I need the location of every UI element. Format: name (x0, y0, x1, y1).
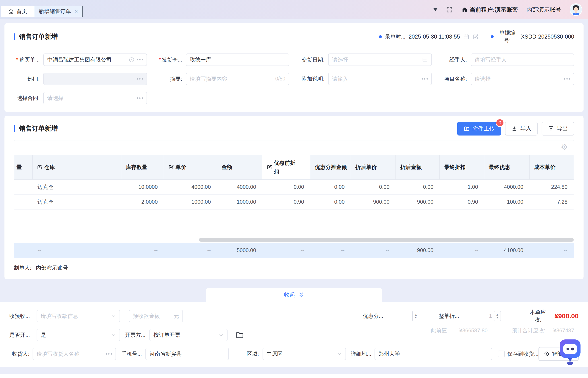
delivery-date-input[interactable] (328, 54, 432, 66)
note-field: 附加说明: (299, 73, 432, 85)
tenant-switcher[interactable]: 当前租户:演示账套 (462, 6, 518, 14)
project-input[interactable] (471, 73, 574, 85)
advance-select-control[interactable] (41, 313, 109, 319)
contract-label: 选择合同: (14, 94, 43, 102)
invoice-select-control[interactable] (41, 332, 109, 338)
handler-input[interactable] (471, 54, 574, 66)
project-input-control[interactable] (475, 76, 562, 82)
import-icon (511, 125, 518, 132)
assistant-robot-button[interactable] (559, 338, 582, 365)
phone-input-control[interactable] (149, 351, 225, 357)
folder-icon[interactable] (235, 331, 244, 339)
delivery-date-field: 交货日期: (299, 54, 432, 66)
note-input[interactable] (328, 73, 432, 85)
summary-input[interactable]: 0/50 (186, 73, 290, 85)
contract-input-control[interactable] (47, 95, 135, 101)
more-options-icon[interactable] (421, 78, 428, 80)
horizontal-scrollbar[interactable] (199, 238, 574, 242)
avatar[interactable] (570, 3, 582, 16)
project-field: 项目名称: (441, 73, 574, 85)
department-field: 部门: (14, 73, 147, 85)
table-row[interactable]: 迈克仓 10.0000 4000.00 4000.00 0.00 0.00 0.… (14, 180, 574, 195)
warehouse-input-control[interactable] (190, 57, 285, 63)
contract-input[interactable] (43, 92, 147, 104)
more-options-icon[interactable] (106, 353, 112, 355)
clear-icon[interactable] (129, 57, 135, 63)
consignee-label: 收货人: (9, 350, 33, 357)
home-icon (8, 9, 14, 14)
chevron-down-icon (111, 333, 116, 338)
col-final-benefit[interactable]: 最终优惠 (484, 155, 530, 179)
tab-strip: 首页 新增销售订单 × (1, 6, 83, 17)
summary-input-control[interactable] (190, 76, 273, 82)
table-empty-area (14, 210, 574, 243)
advance-select[interactable] (37, 310, 120, 322)
col-cost-price[interactable]: 成本单价 (530, 155, 574, 179)
col-pre-discount[interactable]: 优惠前折扣 (262, 155, 310, 179)
consignee-input-control[interactable] (37, 351, 103, 357)
delivery-date-control[interactable] (332, 57, 420, 63)
edit-time-icon[interactable] (473, 34, 479, 40)
more-options-icon[interactable] (137, 59, 143, 60)
tab-close-icon[interactable]: × (74, 9, 78, 14)
address-label: 详细地... (351, 350, 371, 357)
more-options-icon[interactable] (137, 78, 143, 80)
import-button[interactable]: 导入 (505, 122, 538, 135)
chevron-down-icon (111, 314, 116, 319)
region-select[interactable] (263, 348, 346, 360)
col-unit-price[interactable]: 单价 (164, 155, 217, 179)
col-quantity-partial[interactable]: 量 (14, 155, 33, 179)
tab-new-sales-order[interactable]: 新增销售订单 × (34, 6, 83, 17)
col-warehouse[interactable]: 仓库 (33, 155, 121, 179)
more-options-icon[interactable] (137, 97, 143, 99)
note-input-control[interactable] (332, 76, 419, 82)
whole-discount-stepper[interactable]: ▲▼ (494, 311, 501, 321)
consignee-input[interactable] (33, 348, 116, 360)
tenant-home-icon (462, 6, 468, 13)
region-select-control[interactable] (266, 351, 335, 357)
col-stock-qty[interactable]: 库存数量 (121, 155, 164, 179)
col-discounted-amount[interactable]: 折后金额 (396, 155, 440, 179)
collapse-caret-icon[interactable] (434, 8, 437, 11)
advance-amount-control[interactable] (133, 313, 171, 319)
chevron-down-icon (337, 351, 342, 356)
account-name[interactable]: 内部演示账号 (526, 6, 561, 14)
save-to-consignee-checkbox[interactable] (498, 351, 504, 357)
col-discounted-price[interactable]: 折后单价 (351, 155, 396, 179)
collapse-toggle[interactable]: 收起 (206, 288, 382, 302)
calendar-icon[interactable] (463, 34, 469, 40)
discount-share-stepper[interactable]: ▲▼ (412, 311, 419, 321)
previous-due-value: ¥366587.80 (459, 327, 488, 334)
collapse-label: 收起 (284, 291, 295, 298)
invoice-method-control[interactable] (154, 332, 216, 338)
phone-input[interactable] (145, 348, 229, 360)
buyer-input-control[interactable] (47, 57, 126, 63)
settlement-section: 收预收... 元 优惠分... ▲▼ 整单折... 1 ▲▼ 本单应收: ¥90… (0, 302, 588, 367)
invoice-method-select[interactable] (149, 329, 227, 341)
col-final-discount[interactable]: 最终折扣 (440, 155, 484, 179)
attachment-upload-button[interactable]: 附件上传 0 (457, 122, 501, 135)
advance-amount-input[interactable]: 元 (129, 310, 183, 322)
more-options-icon[interactable] (564, 78, 570, 80)
column-settings-gear-icon[interactable]: ⚙ (561, 143, 568, 151)
tab-home[interactable]: 首页 (1, 6, 34, 17)
calendar-icon[interactable] (422, 57, 428, 63)
maker-line: 制单人: 内部演示账号 (14, 264, 574, 271)
table-row[interactable]: 迈克仓 2.0000 1000.00 1000.00 0.90 0.00 900… (14, 195, 574, 210)
page-title: 销售订单新增 (19, 32, 58, 41)
col-discount-share[interactable]: 优惠分摊金额 (310, 155, 351, 179)
address-input-control[interactable] (378, 351, 488, 357)
edit-icon (37, 164, 42, 170)
buyer-field: 购买单... (14, 54, 147, 66)
address-input[interactable] (375, 348, 492, 360)
buyer-input[interactable] (43, 54, 147, 66)
invoice-select[interactable] (37, 329, 120, 341)
department-input[interactable] (43, 73, 147, 85)
col-amount[interactable]: 金额 (217, 155, 262, 179)
handler-input-control[interactable] (475, 57, 570, 63)
warehouse-input[interactable] (186, 54, 290, 66)
summary-field: 摘要: 0/50 (156, 73, 290, 85)
fullscreen-icon[interactable] (446, 6, 453, 13)
invoice-method-label: 开票方... (125, 331, 145, 338)
export-button[interactable]: 导出 (542, 122, 574, 135)
